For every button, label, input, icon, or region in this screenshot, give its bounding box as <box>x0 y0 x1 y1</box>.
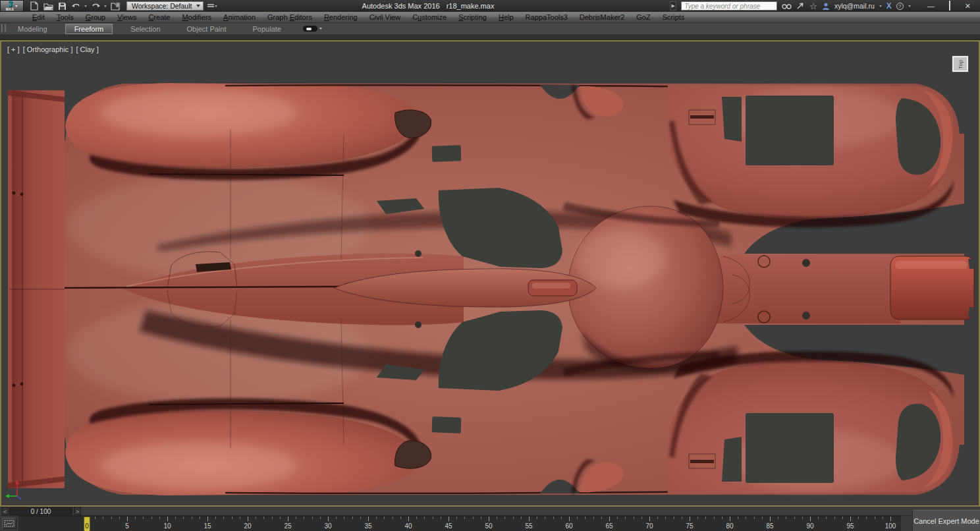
application-menu-button[interactable]: 3 MAX <box>0 0 24 12</box>
menu-animation[interactable]: Animation <box>217 13 261 21</box>
timeline-tick <box>344 517 344 519</box>
menu-views[interactable]: Views <box>111 13 142 21</box>
timeline-tick <box>714 517 715 519</box>
previous-frame-button[interactable]: < <box>1 507 9 515</box>
communication-center-icon[interactable] <box>796 2 805 10</box>
menu-rappatools3[interactable]: RappaTools3 <box>520 13 574 21</box>
menu-help[interactable]: Help <box>493 13 520 21</box>
viewport-pov-menu[interactable]: [ Orthographic ] <box>23 45 73 53</box>
timeline-tick <box>328 517 329 521</box>
timeline-tick <box>657 517 658 519</box>
new-scene-icon[interactable] <box>29 1 40 11</box>
timeline-tick <box>834 517 835 519</box>
front-wing <box>8 90 65 488</box>
viewport-general-menu[interactable]: [ + ] <box>7 45 20 53</box>
menu-create[interactable]: Create <box>142 13 176 21</box>
save-file-icon[interactable] <box>57 1 67 11</box>
search-binoculars-icon[interactable] <box>782 3 792 10</box>
menu-edit[interactable]: Edit <box>26 13 51 21</box>
project-folder-icon[interactable] <box>110 1 121 11</box>
menu-group[interactable]: Group <box>80 13 112 21</box>
minimize-button[interactable]: — <box>927 3 935 9</box>
toolbar-options-icon[interactable] <box>207 1 217 11</box>
timeline-tick <box>449 517 449 521</box>
menu-goz[interactable]: GoZ <box>630 13 656 21</box>
timeline-tick <box>625 517 626 519</box>
menu-debrismaker2[interactable]: DebrisMaker2 <box>574 13 630 21</box>
menu-scripting[interactable]: Scripting <box>452 13 493 21</box>
undo-dropdown-icon[interactable] <box>84 5 87 7</box>
viewport-shading-menu[interactable]: [ Clay ] <box>76 45 98 53</box>
timeline-tick <box>738 517 738 519</box>
timeline-tick <box>875 517 875 519</box>
menu-graph-editors[interactable]: Graph Editors <box>261 13 318 21</box>
timeline-tick <box>504 517 505 519</box>
current-frame-field[interactable]: 0 / 100 <box>9 507 72 515</box>
ribbon-tab-modeling[interactable]: Modeling <box>9 24 56 34</box>
redo-icon[interactable] <box>90 1 101 11</box>
status-timeline-bar: < 0 / 100 > 0510152025303540455055606570… <box>0 507 980 531</box>
menu-scripts[interactable]: Scripts <box>657 13 691 21</box>
close-button[interactable]: ✕ <box>965 3 971 9</box>
timeline-tick <box>312 517 313 519</box>
timeline-tick <box>200 517 200 519</box>
menu-modifiers[interactable]: Modifiers <box>176 13 217 21</box>
menu-rendering[interactable]: Rendering <box>318 13 364 21</box>
timeline-tick <box>497 517 497 519</box>
sign-in-user-icon[interactable] <box>822 2 830 10</box>
chevron-down-icon <box>15 5 18 7</box>
timeline-tick <box>601 517 602 519</box>
search-input[interactable] <box>681 1 777 11</box>
viewcube[interactable]: Top <box>952 56 968 72</box>
search-go-button[interactable]: ▶ <box>670 1 676 11</box>
undo-icon[interactable] <box>70 1 81 11</box>
workspace-dropdown-icon <box>196 5 200 7</box>
cancel-expert-mode-button[interactable]: Cancel Expert Mode <box>912 510 980 531</box>
infocenter: ▶ ☆ xylq@mail.ru X ? — ✕ <box>670 0 980 12</box>
timeline-frame-label: 80 <box>721 522 738 530</box>
redo-dropdown-icon[interactable] <box>104 5 107 7</box>
timeline-tick <box>641 517 642 519</box>
timeline-frame-label: 95 <box>842 522 859 530</box>
timeline-tick <box>296 517 296 519</box>
window-title: Autodesk 3ds Max 2016 r18_make.max <box>303 0 553 12</box>
next-frame-button[interactable]: > <box>74 507 81 515</box>
mini-curve-editor-button[interactable] <box>2 518 16 529</box>
ribbon-tab-object-paint[interactable]: Object Paint <box>178 24 235 34</box>
maximize-button[interactable] <box>949 3 950 9</box>
ribbon-tab-freeform[interactable]: Freeform <box>65 24 113 34</box>
menu-bar: EditToolsGroupViewsCreateModifiersAnimat… <box>0 12 980 23</box>
window-controls: — ✕ <box>927 3 976 9</box>
open-file-icon[interactable] <box>43 1 53 11</box>
ribbon-tab-selection[interactable]: Selection <box>122 24 169 34</box>
help-icon[interactable]: ? <box>896 3 904 10</box>
timeline-tick <box>248 517 248 521</box>
favorites-star-icon[interactable]: ☆ <box>809 1 817 11</box>
viewport-canvas[interactable] <box>1 42 979 505</box>
exchange-apps-icon[interactable]: X <box>886 1 892 11</box>
timeline-tick <box>858 517 859 519</box>
timeline-tick <box>167 517 168 521</box>
timeline-tick <box>682 517 682 519</box>
menu-tools[interactable]: Tools <box>51 13 80 21</box>
ribbon-drag-handle[interactable] <box>1 24 6 32</box>
app-button-label: MAX <box>6 7 14 11</box>
workspace-selector[interactable]: Workspace: Default <box>126 1 204 11</box>
timeline-frame-label: 45 <box>440 522 457 530</box>
timeline-tick <box>810 517 811 521</box>
menu-civil-view[interactable]: Civil View <box>364 13 406 21</box>
timeline-tick <box>95 517 95 519</box>
ribbon-toggle-dropdown-icon[interactable] <box>319 28 322 30</box>
ribbon-tab-populate[interactable]: Populate <box>244 24 289 34</box>
timeline-tick <box>192 517 192 519</box>
timeline-frame-label: 25 <box>279 522 296 530</box>
timeline-frame-label: 0 <box>78 522 95 530</box>
account-email[interactable]: xylq@mail.ru <box>834 2 875 10</box>
viewport-orthographic-top[interactable]: [ + ] [ Orthographic ] [ Clay ] Top <box>0 40 980 507</box>
ribbon-display-toggle-icon[interactable] <box>303 26 317 32</box>
account-dropdown-icon[interactable] <box>879 5 882 7</box>
help-dropdown-icon[interactable] <box>908 5 911 7</box>
timeline-tick <box>786 517 786 519</box>
timeline-ruler[interactable]: 0510152025303540455055606570758085909510… <box>18 516 901 531</box>
menu-customize[interactable]: Customize <box>406 13 452 21</box>
